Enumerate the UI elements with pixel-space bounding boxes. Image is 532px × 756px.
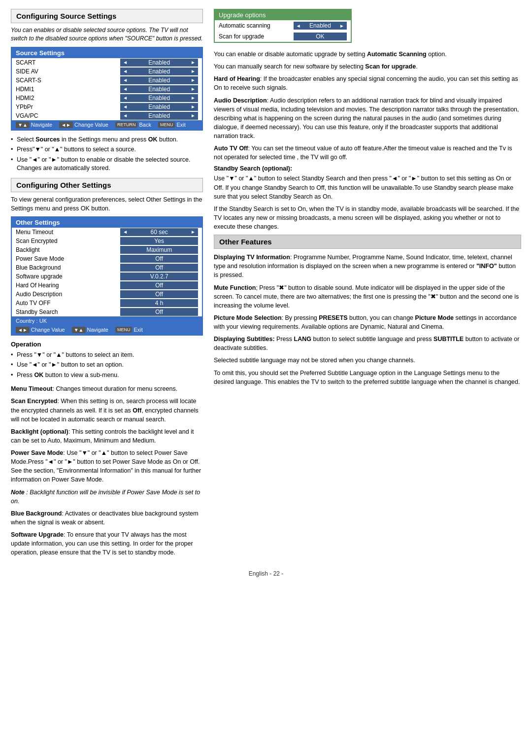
value-text: Enabled <box>148 59 170 66</box>
row-label: VGA/PC <box>12 111 116 120</box>
table-row: Scan for upgrade OK <box>215 31 351 42</box>
nav2-navigate: ▼▲ Navigate <box>72 327 108 333</box>
source-settings-title: Configuring Source Settings <box>11 9 203 23</box>
arrow-left: ◄ <box>296 23 301 29</box>
paragraph: Displaying Subtitles: Press LANG button … <box>214 335 521 352</box>
other-settings-intro: To view general configuration preference… <box>11 195 203 213</box>
paragraph: Audio Description: Audio description ref… <box>214 96 521 141</box>
row-value-cell: Off <box>116 281 202 290</box>
standby-heading: Standby Search (optional): <box>214 165 521 172</box>
paragraph: Hard of Hearing: If the broadcaster enab… <box>214 74 521 92</box>
other-box-title: Other Settings <box>12 217 202 228</box>
operation-bullets: Press "▼" or "▲" buttons to select an it… <box>11 351 203 380</box>
value-box: ◄ Enabled ► <box>120 59 198 67</box>
paragraph: Use "▼" or "▲" button to select Standby … <box>214 174 521 201</box>
value-text: Enabled <box>148 112 170 119</box>
row-value-cell: OK <box>290 31 351 42</box>
paragraph: Backlight (optional): This setting contr… <box>11 427 203 445</box>
value-box: ◄ Enabled ► <box>120 76 198 84</box>
arrow-right: ► <box>191 95 196 101</box>
row-value-cell: ◄ Enabled ► <box>116 103 202 111</box>
paragraph: To omit this, you should set the Preferr… <box>214 369 521 386</box>
list-item: Press"▼" or "▲" buttons to select a sour… <box>11 145 203 154</box>
upgrade-options-box: Upgrade options Automatic scanning ◄ Ena… <box>214 9 352 43</box>
table-row: Audio Description Off <box>12 290 202 299</box>
paragraph: Auto TV Off: You can set the timeout val… <box>214 144 521 162</box>
row-label: Auto TV OFF <box>12 299 116 308</box>
paragraph: Software Upgrade: To ensure that your TV… <box>11 530 203 557</box>
value-box: Off <box>120 290 198 298</box>
paragraph: Menu Timeout: Changes timeout duration f… <box>11 384 203 393</box>
nav-navigate: ▼▲ Navigate <box>16 122 52 128</box>
table-row: SCART ◄ Enabled ► <box>12 58 202 67</box>
value-text: Enabled <box>148 103 170 110</box>
country-label: Country : UK <box>16 318 47 324</box>
paragraph: You can enable or disable automatic upgr… <box>214 50 521 59</box>
arrow-left: ◄ <box>123 77 128 83</box>
row-value-cell: ◄ Enabled ► <box>116 76 202 85</box>
row-label: Scan for upgrade <box>215 31 290 42</box>
row-value-cell: Off <box>116 290 202 299</box>
paragraph: Scan Encrypted: When this setting is on,… <box>11 397 203 423</box>
table-row: SCART-S ◄ Enabled ► <box>12 76 202 85</box>
row-label: SCART <box>12 58 116 67</box>
other-settings-box: Other Settings Menu Timeout ◄ 60 sec ► S… <box>11 216 203 336</box>
source-bullets: Select Sources in the Settings menu and … <box>11 136 203 173</box>
table-row: Blue Background Off <box>12 263 202 272</box>
arrow-right: ► <box>191 60 196 65</box>
paragraph: Selected subtitle language may not be st… <box>214 356 521 365</box>
list-item: Use "◄" or "►" button to set an option. <box>11 361 203 370</box>
left-paragraphs: Menu Timeout: Changes timeout duration f… <box>11 384 203 557</box>
source-table: SCART ◄ Enabled ► SIDE AV ◄ Enabled ► SC… <box>12 58 202 120</box>
table-row: Menu Timeout ◄ 60 sec ► <box>12 228 202 237</box>
table-row: Automatic scanning ◄ Enabled ► <box>215 20 351 31</box>
other-settings-title: Configuring Other Settings <box>11 178 203 192</box>
table-row: Scan Encrypted Yes <box>12 237 202 245</box>
value-box: Off <box>120 255 198 263</box>
left-column: Configuring Source Settings You can enab… <box>11 9 203 560</box>
other-settings-table: Menu Timeout ◄ 60 sec ► Scan Encrypted Y… <box>12 228 202 316</box>
nav2-change: ◄► Change Value <box>16 327 65 333</box>
arrow-left: ◄ <box>123 95 128 101</box>
row-value-cell: Maximum <box>116 245 202 254</box>
source-settings-intro: You can enables or disable selected sour… <box>11 26 203 43</box>
list-item: Press OK button to view a sub-menu. <box>11 371 203 380</box>
row-value-cell: Off <box>116 308 202 316</box>
paragraph: Blue Background: Activates or deactivate… <box>11 509 203 527</box>
row-label: YPbPr <box>12 103 116 111</box>
row-label: Blue Background <box>12 263 116 272</box>
value-box: Maximum <box>120 246 198 254</box>
arrow-right: ► <box>191 113 196 118</box>
row-label: HDMI1 <box>12 85 116 94</box>
nav-change-value: ◄► Change Value <box>59 122 108 128</box>
row-value-cell: 4 h <box>116 299 202 308</box>
value-box: 4 h <box>120 299 198 307</box>
upgrade-table: Automatic scanning ◄ Enabled ► Scan for … <box>215 20 351 42</box>
value-box: ◄ Enabled ► <box>120 85 198 93</box>
table-row: HDMI2 ◄ Enabled ► <box>12 94 202 103</box>
footer: English - 22 - <box>11 570 521 577</box>
arrow-right: ► <box>191 229 196 235</box>
value-box: ◄ 60 sec ► <box>120 228 198 236</box>
arrow-right: ► <box>191 77 196 83</box>
right-top-paragraphs: You can enable or disable automatic upgr… <box>214 50 521 162</box>
row-label: Hard Of Hearing <box>12 281 116 290</box>
table-row: YPbPr ◄ Enabled ► <box>12 103 202 111</box>
list-item: Use "◄" or "►" button to enable or disab… <box>11 156 203 173</box>
paragraph: Mute Function; Press "✖" button to disab… <box>214 283 521 310</box>
row-value-cell: Off <box>116 263 202 272</box>
row-label: Backlight <box>12 245 116 254</box>
source-settings-section: Configuring Source Settings You can enab… <box>11 9 203 173</box>
value-box: ◄ Enabled ► <box>120 103 198 111</box>
row-value-cell: ◄ Enabled ► <box>116 67 202 76</box>
value-box: OK <box>294 33 347 40</box>
nav2-exit: MENU Exit <box>115 327 143 333</box>
row-value-cell: ◄ Enabled ► <box>116 111 202 120</box>
value-box: Off <box>120 264 198 272</box>
paragraph: Displaying TV Information: Programme Num… <box>214 253 521 279</box>
table-row: Software upgrade V.0.2.7 <box>12 272 202 281</box>
value-box: ◄ Enabled ► <box>120 68 198 75</box>
value-box: V.0.2.7 <box>120 273 198 280</box>
table-row: Backlight Maximum <box>12 245 202 254</box>
row-value-cell: Off <box>116 254 202 263</box>
